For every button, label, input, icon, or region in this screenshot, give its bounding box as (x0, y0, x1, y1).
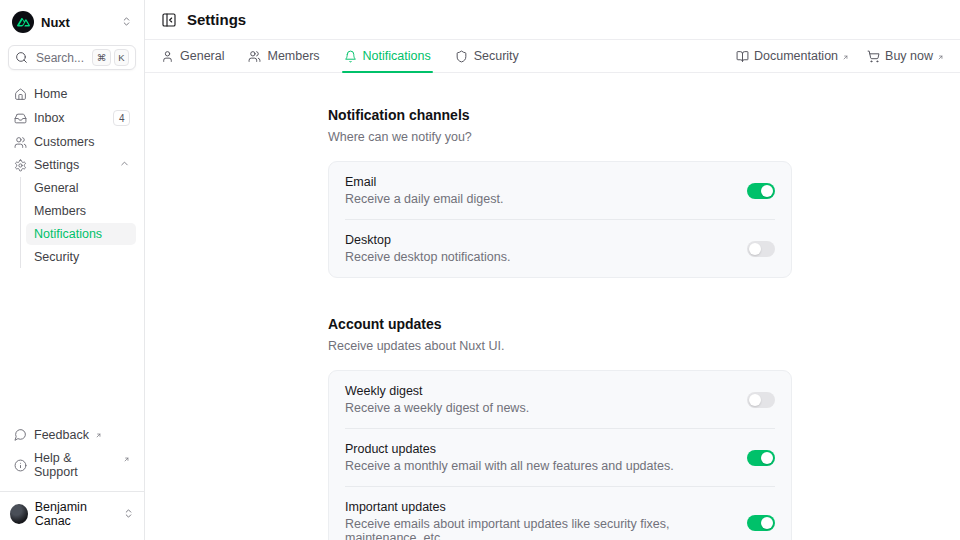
settings-card: Email Receive a daily email digest. Desk… (328, 161, 792, 278)
book-open-icon (736, 50, 749, 63)
sidebar-item-inbox[interactable]: Inbox 4 (8, 106, 136, 130)
sidebar-item-label: Help & Support (34, 451, 117, 479)
app-window: Nuxt ⌘ K Home Inbox 4 (0, 0, 960, 540)
setting-description: Receive a daily email digest. (345, 192, 731, 206)
sidebar-item-label: Inbox (34, 111, 65, 125)
chevron-up-down-icon (123, 505, 134, 523)
sidebar-item-label: Members (34, 204, 86, 218)
section-notification-channels: Notification channels Where can we notif… (328, 107, 792, 278)
sidebar-item-label: Feedback (34, 428, 89, 442)
sidebar-item-members[interactable]: Members (26, 200, 136, 222)
page-header: Settings (145, 0, 960, 40)
nuxt-logo-icon (12, 11, 34, 33)
sidebar-item-security[interactable]: Security (26, 246, 136, 268)
sidebar-spacer (8, 268, 136, 423)
external-link-icon (95, 428, 102, 442)
search-icon (15, 51, 28, 64)
sidebar-nav: Home Inbox 4 Customers Settings General (8, 83, 136, 268)
settings-tabbar: General Members Notifications Security D… (145, 40, 960, 73)
email-toggle[interactable] (747, 183, 775, 199)
tabbar-actions: Documentation Buy now (736, 49, 944, 64)
page-title: Settings (187, 11, 246, 28)
org-name: Nuxt (41, 15, 70, 30)
shopping-cart-icon (867, 50, 880, 63)
setting-description: Receive desktop notifications. (345, 250, 731, 264)
gear-icon (14, 159, 27, 172)
important-updates-toggle[interactable] (747, 515, 775, 531)
setting-description: Receive emails about important updates l… (345, 517, 731, 540)
user-menu[interactable]: Benjamin Canac (0, 491, 144, 532)
search-box[interactable]: ⌘ K (8, 45, 136, 70)
external-link-icon (123, 452, 130, 466)
chevron-up-icon (119, 158, 130, 172)
desktop-toggle[interactable] (747, 241, 775, 257)
product-updates-toggle[interactable] (747, 450, 775, 466)
setting-description: Receive a weekly digest of news. (345, 401, 731, 415)
org-switcher[interactable]: Nuxt (8, 8, 136, 36)
user-icon (161, 50, 174, 63)
section-title: Account updates (328, 316, 792, 332)
tab-label: General (180, 49, 224, 63)
sidebar-item-label: Security (34, 250, 79, 264)
chevron-up-down-icon (121, 13, 132, 31)
section-subtitle: Receive updates about Nuxt UI. (328, 339, 792, 353)
tab-notifications[interactable]: Notifications (344, 40, 431, 72)
home-icon (14, 88, 27, 101)
sidebar-item-label: Notifications (34, 227, 102, 241)
link-label: Documentation (754, 49, 838, 63)
sidebar-item-general[interactable]: General (26, 177, 136, 199)
sidebar-item-customers[interactable]: Customers (8, 131, 136, 153)
tab-label: Members (267, 49, 319, 63)
bell-icon (344, 50, 357, 63)
tab-members[interactable]: Members (248, 40, 319, 72)
kbd-k: K (114, 49, 129, 66)
sidebar-item-feedback[interactable]: Feedback (8, 423, 136, 446)
setting-title: Weekly digest (345, 384, 731, 398)
panel-left-close-icon (161, 12, 177, 28)
shield-icon (455, 50, 468, 63)
external-link-icon (842, 50, 849, 64)
search-kbd-group: ⌘ K (92, 49, 129, 66)
setting-row-email: Email Receive a daily email digest. (345, 162, 775, 219)
tab-label: Notifications (363, 49, 431, 63)
inbox-count-badge: 4 (113, 110, 130, 126)
sidebar-item-settings[interactable]: Settings (8, 154, 136, 176)
tab-security[interactable]: Security (455, 40, 519, 72)
sidebar-item-home[interactable]: Home (8, 83, 136, 105)
setting-title: Important updates (345, 500, 731, 514)
avatar (10, 504, 28, 524)
section-account-updates: Account updates Receive updates about Nu… (328, 316, 792, 540)
users-icon (248, 50, 261, 63)
buy-now-link[interactable]: Buy now (867, 49, 944, 64)
setting-title: Email (345, 175, 731, 189)
tab-label: Security (474, 49, 519, 63)
setting-row-product-updates: Product updates Receive a monthly email … (345, 428, 775, 486)
sidebar-item-help-support[interactable]: Help & Support (8, 447, 136, 483)
section-subtitle: Where can we notify you? (328, 130, 792, 144)
setting-title: Desktop (345, 233, 731, 247)
sidebar: Nuxt ⌘ K Home Inbox 4 (0, 0, 145, 540)
search-input[interactable] (34, 50, 86, 66)
link-label: Buy now (885, 49, 933, 63)
sidebar-item-label: Settings (34, 158, 79, 172)
tab-general[interactable]: General (161, 40, 224, 72)
setting-title: Product updates (345, 442, 731, 456)
users-icon (14, 136, 27, 149)
setting-row-weekly-digest: Weekly digest Receive a weekly digest of… (345, 371, 775, 428)
setting-row-desktop: Desktop Receive desktop notifications. (345, 219, 775, 277)
message-bubble-icon (14, 428, 27, 441)
weekly-digest-toggle[interactable] (747, 392, 775, 408)
sidebar-collapse-button[interactable] (161, 12, 177, 28)
external-link-icon (937, 50, 944, 64)
sidebar-item-label: Home (34, 87, 67, 101)
sidebar-item-notifications[interactable]: Notifications (26, 223, 136, 245)
documentation-link[interactable]: Documentation (736, 49, 849, 64)
setting-description: Receive a monthly email with all new fea… (345, 459, 731, 473)
section-title: Notification channels (328, 107, 792, 123)
info-circle-icon (14, 459, 27, 472)
sidebar-item-label: Customers (34, 135, 94, 149)
sidebar-item-label: General (34, 181, 78, 195)
settings-card: Weekly digest Receive a weekly digest of… (328, 370, 792, 540)
sidebar-footer-nav: Feedback Help & Support (8, 423, 136, 483)
inbox-icon (14, 112, 27, 125)
